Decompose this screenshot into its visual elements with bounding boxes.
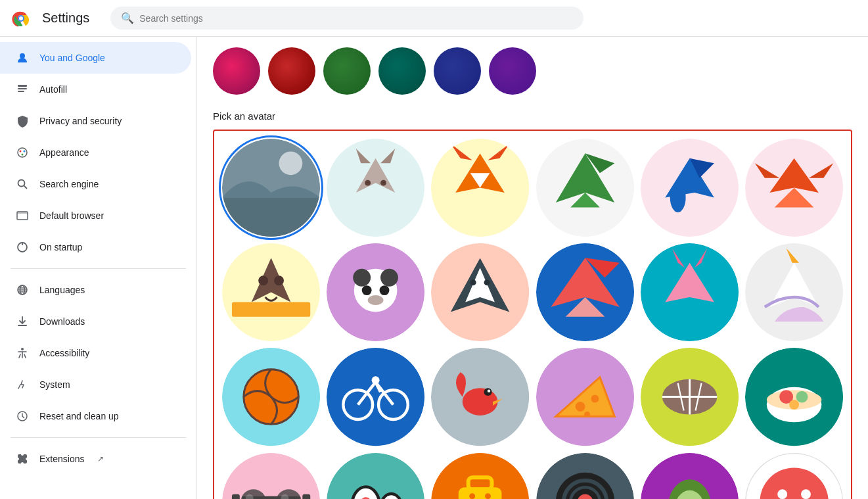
sidebar-item-autofill[interactable]: Autofill <box>0 74 191 105</box>
svg-rect-53 <box>232 302 310 317</box>
sidebar-item-accessibility[interactable]: Accessibility <box>0 337 191 369</box>
search-input[interactable] <box>139 13 573 24</box>
svg-point-2 <box>19 16 23 20</box>
avatar-sunglasses[interactable] <box>222 453 320 499</box>
sidebar-item-search-engine[interactable]: Search engine <box>0 168 191 200</box>
svg-point-144 <box>801 489 811 499</box>
svg-point-56 <box>274 275 284 285</box>
svg-point-9 <box>24 151 26 153</box>
svg-rect-26 <box>222 197 320 237</box>
svg-point-62 <box>380 285 390 295</box>
svg-point-10 <box>22 154 24 156</box>
avatar-landscape[interactable] <box>222 139 320 237</box>
search-bar[interactable]: 🔍 <box>110 7 583 30</box>
color-swatch-4[interactable] <box>378 47 426 95</box>
avatar-elephant-origami[interactable] <box>641 139 739 237</box>
svg-point-108 <box>796 391 808 403</box>
sidebar-label-languages: Languages <box>39 285 85 295</box>
svg-point-143 <box>777 489 787 499</box>
svg-point-90 <box>488 390 490 392</box>
avatar-smiley[interactable] <box>745 453 843 499</box>
svg-point-46 <box>670 183 685 212</box>
sidebar-item-default-browser[interactable]: Default browser <box>0 200 191 231</box>
color-swatch-6[interactable] <box>489 47 536 95</box>
svg-point-32 <box>365 180 371 186</box>
section-title: Pick an avatar <box>213 110 852 122</box>
avatar-monkey-origami[interactable] <box>222 243 320 341</box>
avatar-red-bird[interactable] <box>431 348 529 446</box>
sidebar-label-reset: Reset and clean up <box>39 411 119 421</box>
search-icon: 🔍 <box>121 12 134 24</box>
avatar-vinyl-record[interactable] <box>536 453 634 499</box>
privacy-icon <box>16 114 29 128</box>
avatar-football[interactable] <box>641 348 739 446</box>
accessibility-icon <box>16 346 29 360</box>
svg-point-110 <box>222 453 320 499</box>
sidebar-divider-2 <box>11 437 186 438</box>
color-swatch-5[interactable] <box>434 47 481 95</box>
avatar-basketball[interactable] <box>222 348 320 446</box>
sidebar-label-privacy: Privacy and security <box>39 116 122 126</box>
svg-rect-14 <box>17 212 28 214</box>
avatar-cat-origami[interactable] <box>327 139 424 237</box>
svg-point-97 <box>584 412 590 417</box>
sidebar-label-autofill: Autofill <box>39 84 67 95</box>
color-swatch-1[interactable] <box>213 47 260 95</box>
sidebar-item-extensions[interactable]: Extensions ↗ <box>0 443 191 475</box>
sidebar-item-languages[interactable]: Languages <box>0 274 191 306</box>
sidebar-label-you-and-google: You and Google <box>39 53 105 63</box>
extensions-external-icon: ↗ <box>97 454 104 463</box>
reset-icon <box>16 410 29 423</box>
sidebar-item-privacy[interactable]: Privacy and security <box>0 105 191 137</box>
sidebar-label-extensions: Extensions <box>39 454 84 464</box>
svg-point-59 <box>353 269 371 287</box>
sidebar-item-reset[interactable]: Reset and clean up <box>0 400 191 432</box>
svg-rect-22 <box>18 325 27 326</box>
svg-rect-113 <box>302 494 310 499</box>
avatar-bag[interactable] <box>431 453 529 499</box>
avatar-avocado[interactable] <box>641 453 739 499</box>
svg-point-129 <box>470 493 476 499</box>
svg-point-3 <box>20 53 25 59</box>
svg-point-27 <box>279 151 303 175</box>
sidebar-item-downloads[interactable]: Downloads <box>0 306 191 337</box>
languages-icon <box>16 283 29 297</box>
avatar-panda-origami[interactable] <box>327 243 424 341</box>
svg-point-96 <box>591 395 599 403</box>
avatar-crab-origami[interactable] <box>745 139 843 237</box>
avatar-rabbit-origami[interactable] <box>641 243 739 341</box>
svg-point-68 <box>484 279 490 285</box>
svg-point-28 <box>327 139 424 237</box>
autofill-icon <box>16 83 29 96</box>
sidebar-label-downloads: Downloads <box>39 316 85 327</box>
sidebar-item-appearance[interactable]: Appearance <box>0 137 191 168</box>
sidebar-item-on-startup[interactable]: On startup <box>0 231 191 263</box>
avatar-bicycle[interactable] <box>327 348 424 446</box>
on-startup-icon <box>16 241 29 254</box>
avatar-bird-origami[interactable] <box>536 243 634 341</box>
svg-point-23 <box>21 348 24 350</box>
svg-point-83 <box>327 348 424 446</box>
topbar: Settings 🔍 <box>0 0 868 37</box>
avatar-grid <box>222 139 843 499</box>
color-swatch-2[interactable] <box>268 47 315 95</box>
sidebar-label-search-engine: Search engine <box>39 179 99 189</box>
avatar-cheese[interactable] <box>536 348 634 446</box>
svg-point-11 <box>18 180 25 187</box>
svg-point-109 <box>789 400 799 410</box>
avatar-fox-origami[interactable] <box>431 139 529 237</box>
svg-point-7 <box>18 148 27 157</box>
sidebar-item-you-and-google[interactable]: You and Google <box>0 42 191 74</box>
avatar-food-bowl[interactable] <box>745 348 843 446</box>
sidebar-label-system: System <box>39 379 70 390</box>
page-title: Settings <box>42 11 89 26</box>
avatar-penguin-origami[interactable] <box>431 243 529 341</box>
color-swatch-3[interactable] <box>323 47 371 95</box>
avatar-unicorn-origami[interactable] <box>745 243 843 341</box>
avatar-sushi-rolls[interactable] <box>327 453 424 499</box>
avatar-dragon-origami[interactable] <box>536 139 634 237</box>
sidebar: You and Google Autofill Privacy and secu… <box>0 37 197 499</box>
sidebar-item-system[interactable]: System <box>0 369 191 400</box>
sidebar-label-appearance: Appearance <box>39 147 89 158</box>
downloads-icon <box>16 315 29 328</box>
